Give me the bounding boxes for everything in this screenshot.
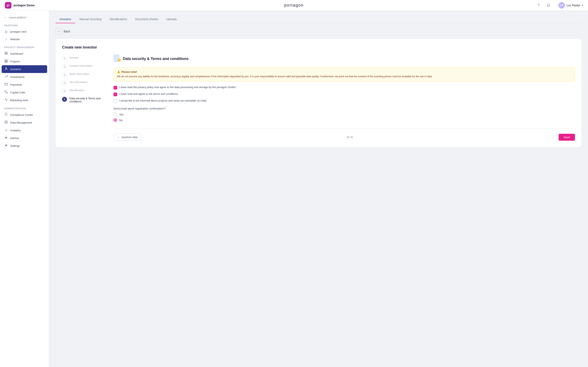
- notifications-button[interactable]: [545, 2, 552, 8]
- notice-title: Please note!: [121, 70, 137, 73]
- svg-rect-5: [5, 61, 7, 61]
- step-3: 3 Bank information: [62, 71, 107, 79]
- notice-header: ⚠️ Please note!: [117, 70, 571, 73]
- email-question-label: Send email about registration confirmati…: [113, 107, 575, 110]
- page-tabs: Investors Manual recording Identificatio…: [56, 16, 581, 23]
- svg-rect-1: [6, 52, 7, 53]
- sidebar-item-projects[interactable]: Projects: [0, 58, 49, 65]
- step-6: 6 Data security & Terms and conditions: [62, 95, 107, 105]
- step-2-num: 2: [62, 64, 67, 69]
- tab-identifications[interactable]: Identifications: [105, 16, 131, 23]
- step-6-label: Data security & Terms and conditions: [69, 97, 107, 103]
- save-button[interactable]: Save: [559, 134, 575, 141]
- radio-yes-label: Yes: [119, 113, 123, 116]
- sidebar-item-marketing-tools[interactable]: Marketing tools: [0, 96, 49, 104]
- back-arrow-icon: ←: [56, 28, 62, 35]
- top-navigation: go portagon Demo portagon ? LP Luc Pasto…: [0, 0, 588, 11]
- help-button[interactable]: ?: [535, 2, 542, 8]
- sidebar-item-payments[interactable]: Payments: [0, 81, 49, 89]
- svg-rect-3: [6, 53, 7, 54]
- step-1: 1 Investor: [62, 54, 107, 63]
- page-layout: ← Leave platform Frontend ◎ portagon nex…: [0, 0, 588, 367]
- app-brand: go portagon Demo: [5, 2, 35, 8]
- step-5: 5 Identification: [62, 87, 107, 95]
- user-menu[interactable]: LP Luc Pastor ▾: [558, 2, 583, 8]
- app-name-label: portagon Demo: [13, 4, 35, 7]
- admins-icon: [4, 136, 8, 140]
- website-icon: ⌂: [4, 37, 8, 41]
- step-4: 4 Tax information: [62, 79, 107, 87]
- sidebar-item-label: Dashboard: [10, 52, 23, 55]
- tab-document-checks[interactable]: Document checks: [131, 16, 162, 23]
- sidebar-item-label: Investments: [10, 75, 25, 78]
- privacy-checkbox[interactable]: ✓: [113, 86, 117, 90]
- svg-rect-2: [5, 53, 6, 54]
- main-content: Investors Manual recording Identificatio…: [49, 11, 588, 367]
- sidebar-item-investors[interactable]: Investors: [2, 65, 47, 73]
- warning-icon: ⚠️: [117, 70, 120, 73]
- sidebar-item-label: Marketing tools: [10, 99, 28, 102]
- newsletter-checkbox[interactable]: [113, 99, 117, 103]
- dashboard-icon: [4, 52, 8, 56]
- section-title: Data security & Terms and conditions: [123, 57, 189, 61]
- checkbox-newsletter: I would like to be informed about projec…: [113, 99, 575, 103]
- wizard-form-content: Data security & Terms and conditions ⚠️ …: [113, 54, 575, 141]
- terms-checkbox[interactable]: ✓: [113, 92, 117, 96]
- sidebar-item-compliance[interactable]: Compliance Center: [0, 111, 49, 119]
- step-5-num: 5: [62, 89, 67, 94]
- tab-investors[interactable]: Investors: [56, 16, 75, 23]
- portagon-logo: portagon: [285, 3, 304, 8]
- tab-uploads[interactable]: Uploads: [162, 16, 181, 23]
- radio-yes-input[interactable]: [113, 113, 117, 116]
- marketing-tools-icon: [4, 98, 8, 102]
- radio-no-input[interactable]: [113, 118, 117, 122]
- svg-point-14: [6, 137, 7, 138]
- radio-yes[interactable]: Yes: [113, 113, 575, 116]
- project-section-label: Project Management: [0, 43, 49, 50]
- create-investor-card: Create new investor 1 Investor 2 Contact…: [56, 39, 581, 147]
- nav-actions: ? LP Luc Pastor ▾: [535, 2, 583, 8]
- step-1-num: 1: [62, 56, 67, 61]
- leave-platform-button[interactable]: ← Leave platform: [0, 14, 49, 21]
- sidebar-item-portagon-next[interactable]: ◎ portagon next: [0, 28, 49, 35]
- sidebar-item-label: Website: [10, 38, 20, 41]
- notice-body: We do not assume any liability for the t…: [117, 75, 571, 78]
- portagon-next-icon: ◎: [4, 30, 8, 34]
- back-button[interactable]: ← Back: [56, 28, 581, 35]
- sidebar: ← Leave platform Frontend ◎ portagon nex…: [0, 11, 49, 367]
- sidebar-item-admins[interactable]: Admins: [0, 134, 49, 142]
- email-confirmation-section: Send email about registration confirmati…: [113, 107, 575, 122]
- terms-label: I have read and agree to the terms and c…: [119, 92, 179, 95]
- sidebar-item-label: Projects: [10, 60, 20, 63]
- projects-icon: [4, 59, 8, 63]
- sidebar-item-analytics[interactable]: Analytics: [0, 126, 49, 134]
- svg-rect-0: [5, 52, 6, 53]
- section-header: Data security & Terms and conditions: [113, 54, 575, 63]
- tab-manual-recording[interactable]: Manual recording: [75, 16, 105, 23]
- sidebar-item-data-management[interactable]: Data Management: [0, 119, 49, 126]
- payments-icon: [4, 83, 8, 87]
- investments-icon: [4, 75, 8, 79]
- leave-icon: ←: [4, 16, 7, 19]
- notice-box: ⚠️ Please note! We do not assume any lia…: [113, 67, 575, 82]
- avatar: LP: [558, 2, 565, 8]
- sidebar-item-label: Analytics: [10, 129, 21, 132]
- sidebar-item-website[interactable]: ⌂ Website: [0, 35, 49, 43]
- sidebar-item-dashboard[interactable]: Dashboard: [0, 50, 49, 58]
- step-4-num: 4: [62, 81, 67, 85]
- newsletter-label: I would like to be informed about projec…: [119, 99, 207, 102]
- investors-icon: [4, 67, 8, 71]
- sidebar-item-label: Capital Calls: [10, 91, 25, 94]
- sidebar-item-capital-calls[interactable]: Capital Calls: [0, 89, 49, 96]
- previous-step-button[interactable]: ← previous step: [113, 133, 141, 141]
- prev-label: previous step: [122, 136, 138, 139]
- sidebar-item-label: Payments: [10, 83, 22, 86]
- wizard-steps: 1 Investor 2 Contact information 3 Bank …: [62, 54, 107, 141]
- sidebar-item-label: Compliance Center: [10, 113, 33, 117]
- sidebar-item-investments[interactable]: Investments: [0, 73, 49, 81]
- radio-no[interactable]: No: [113, 118, 575, 122]
- capital-calls-icon: [4, 90, 8, 94]
- svg-rect-4: [5, 60, 7, 60]
- sidebar-item-settings[interactable]: Settings: [0, 142, 49, 150]
- svg-point-15: [6, 145, 7, 146]
